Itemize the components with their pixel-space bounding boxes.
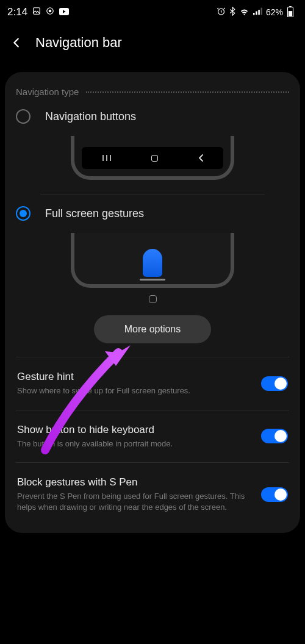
section-label: Navigation type bbox=[16, 87, 79, 97]
alarm-icon bbox=[217, 7, 226, 18]
battery-pct: 62% bbox=[266, 7, 283, 17]
radio-label: Navigation buttons bbox=[45, 110, 136, 123]
preview-gestures bbox=[16, 233, 289, 288]
home-icon bbox=[151, 155, 158, 162]
section-label-row: Navigation type bbox=[16, 87, 289, 97]
svg-rect-8 bbox=[258, 10, 260, 15]
radio-navigation-buttons[interactable]: Navigation buttons bbox=[16, 109, 289, 124]
svg-rect-7 bbox=[256, 12, 257, 15]
divider bbox=[40, 195, 265, 195]
setting-title: Block gestures with S Pen bbox=[17, 476, 251, 488]
svg-rect-0 bbox=[34, 8, 40, 15]
radio-label: Full screen gestures bbox=[45, 207, 144, 220]
svg-rect-12 bbox=[289, 11, 292, 16]
recents-icon bbox=[102, 154, 112, 162]
divider bbox=[16, 462, 289, 463]
status-left: 2:14 bbox=[7, 6, 69, 18]
setting-desc: Show where to swipe up for Full screen g… bbox=[17, 385, 251, 396]
battery-icon bbox=[287, 6, 294, 19]
circle-icon bbox=[46, 7, 54, 18]
setting-block-spen[interactable]: Block gestures with S Pen Prevent the S … bbox=[16, 467, 289, 522]
preview-nav-buttons bbox=[16, 136, 289, 180]
divider bbox=[16, 357, 289, 357]
gesture-finger-icon bbox=[143, 249, 162, 277]
divider bbox=[16, 410, 289, 410]
svg-rect-9 bbox=[260, 8, 262, 15]
more-options-button[interactable]: More options bbox=[94, 315, 212, 343]
dash-line bbox=[86, 91, 289, 93]
toggle-gesture-hint[interactable] bbox=[261, 376, 288, 391]
image-icon bbox=[32, 7, 41, 18]
signal-icon bbox=[253, 7, 262, 17]
status-bar: 2:14 62% bbox=[0, 0, 305, 24]
page-title: Navigation bar bbox=[35, 35, 122, 51]
setting-title: Show button to hide keyboard bbox=[17, 424, 251, 436]
wifi-icon bbox=[239, 7, 249, 17]
radio-icon-selected bbox=[16, 206, 30, 221]
back-icon[interactable] bbox=[10, 36, 23, 49]
clock: 2:14 bbox=[7, 6, 27, 18]
gesture-handle bbox=[140, 279, 165, 281]
youtube-icon bbox=[59, 7, 69, 18]
setting-gesture-hint[interactable]: Gesture hint Show where to swipe up for … bbox=[16, 361, 289, 406]
radio-icon bbox=[16, 109, 30, 124]
page-header: Navigation bar bbox=[0, 24, 305, 61]
toggle-hide-keyboard[interactable] bbox=[261, 429, 288, 443]
setting-desc: Prevent the S Pen from being used for Fu… bbox=[17, 491, 251, 512]
setting-title: Gesture hint bbox=[17, 371, 251, 383]
back-nav-icon bbox=[198, 154, 204, 162]
bluetooth-icon bbox=[229, 7, 235, 18]
radio-full-screen-gestures[interactable]: Full screen gestures bbox=[16, 206, 289, 221]
home-indicator-icon bbox=[16, 295, 289, 303]
status-right: 62% bbox=[217, 6, 294, 19]
svg-rect-6 bbox=[253, 13, 255, 15]
settings-panel: Navigation type Navigation buttons Full … bbox=[5, 72, 300, 533]
setting-desc: The button is only available in portrait… bbox=[17, 438, 251, 449]
toggle-block-spen[interactable] bbox=[261, 487, 288, 502]
svg-point-2 bbox=[49, 10, 51, 12]
setting-hide-keyboard[interactable]: Show button to hide keyboard The button … bbox=[16, 414, 289, 459]
